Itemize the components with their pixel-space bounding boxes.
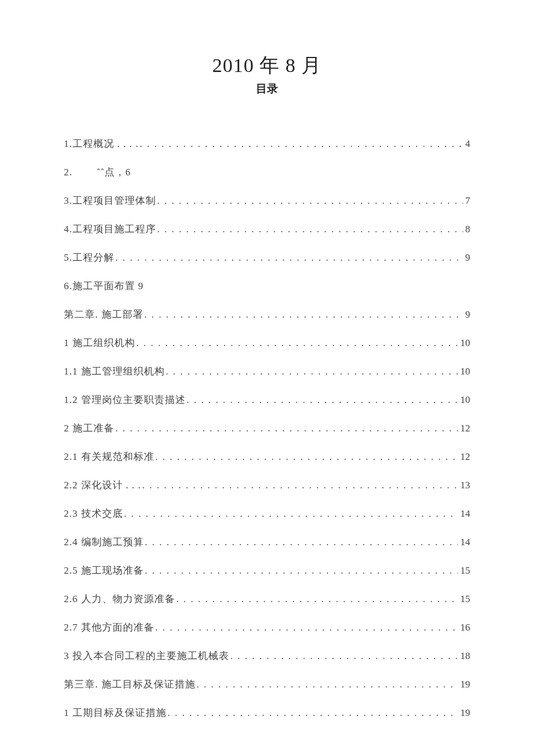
toc-page-number: 10 <box>459 366 470 377</box>
toc-dots <box>140 138 463 150</box>
toc-dots <box>168 707 458 719</box>
toc-label: 3 投入本合同工程的主要施工机械表 <box>64 649 229 663</box>
toc-label: 第二章. 施工部署 <box>64 308 143 321</box>
toc-page-number: 4 <box>464 138 471 150</box>
toc-row: 1.2 管理岗位主要职责描述10 <box>64 393 470 406</box>
table-of-contents: 1.工程概况 . . . .42. ˆˆ点，63.工程项目管理体制74.工程项目… <box>64 137 470 719</box>
toc-page-number: 7 <box>464 195 471 207</box>
toc-row: 3 投入本合同工程的主要施工机械表18 <box>64 649 470 663</box>
toc-label: 5.工程分解 <box>64 251 114 264</box>
toc-page-number: 12 <box>459 451 470 463</box>
toc-page-number: 10 <box>459 337 470 349</box>
toc-label: 1.1 施工管理组织机构 <box>64 365 165 378</box>
toc-dots <box>142 480 458 491</box>
toc-page-number: 16 <box>459 622 470 633</box>
toc-page-number: 15 <box>459 593 470 605</box>
toc-row: 1.1 施工管理组织机构10 <box>64 365 470 378</box>
toc-label: 2.4 编制施工预算 <box>64 535 144 549</box>
toc-dots <box>187 394 459 406</box>
toc-page-number: 8 <box>464 224 471 235</box>
toc-label: 1 工期目标及保证措施 <box>64 706 167 719</box>
document-page: 2010 年 8 月 目录 1.工程概况 . . . .42. ˆˆ点，63.工… <box>0 0 534 756</box>
toc-dots <box>157 195 463 207</box>
toc-page-number: 14 <box>459 537 470 548</box>
page-subtitle: 目录 <box>64 81 470 96</box>
toc-page-number: 13 <box>459 480 470 491</box>
toc-row: 2.6 人力、物力资源准备15 <box>64 592 470 606</box>
toc-row: 2 施工准备12 <box>64 422 470 435</box>
toc-dots <box>116 252 463 264</box>
toc-dots <box>156 451 459 463</box>
toc-row: 1 工期目标及保证措施19 <box>64 706 470 719</box>
toc-label: 2.7 其他方面的准备 <box>64 621 154 634</box>
toc-dots <box>136 337 458 349</box>
page-title: 2010 年 8 月 <box>64 52 470 79</box>
toc-dots <box>230 650 458 662</box>
toc-page-number: 10 <box>459 394 470 406</box>
toc-dots <box>116 423 458 434</box>
toc-row: 2. ˆˆ点，6 <box>64 165 470 179</box>
toc-row: 1 施工组织机构10 <box>64 336 470 350</box>
toc-page-number: 15 <box>459 565 470 577</box>
toc-dots <box>176 593 459 605</box>
toc-label: 2.5 施工现场准备 <box>64 564 144 577</box>
toc-label: 2 施工准备 <box>64 422 114 435</box>
toc-label: 2.2 深化设计 . . . <box>64 478 141 492</box>
toc-page-number: 18 <box>459 650 470 662</box>
toc-row: 第三章. 施工目标及保证措施19 <box>64 678 470 691</box>
toc-dots <box>145 309 463 321</box>
toc-row: 5.工程分解9 <box>64 251 470 264</box>
toc-label: 1.工程概况 . . . . <box>64 137 139 150</box>
toc-dots <box>145 565 459 577</box>
toc-page-number: 14 <box>459 508 470 520</box>
toc-row: 2.1 有关规范和标准12 <box>64 450 470 463</box>
toc-page-number: 19 <box>459 679 470 690</box>
toc-label: 6.施工平面布置 9 <box>64 279 144 293</box>
toc-dots <box>156 622 459 633</box>
toc-label: 2.1 有关规范和标准 <box>64 450 154 463</box>
toc-row: 4.工程项目施工程序8 <box>64 222 470 236</box>
toc-dots <box>124 508 459 520</box>
toc-label: 2.3 技术交底 <box>64 507 123 520</box>
toc-row: 2.5 施工现场准备15 <box>64 564 470 577</box>
toc-row: 2.3 技术交底14 <box>64 507 470 520</box>
toc-row: 2.7 其他方面的准备16 <box>64 621 470 634</box>
toc-row: 2.2 深化设计 . . .13 <box>64 478 470 492</box>
toc-dots <box>197 679 459 690</box>
toc-page-number: 12 <box>459 423 470 434</box>
toc-row: 1.工程概况 . . . .4 <box>64 137 470 150</box>
toc-label: 1 施工组织机构 <box>64 336 135 350</box>
toc-page-number: 9 <box>464 252 471 264</box>
toc-label: 第三章. 施工目标及保证措施 <box>64 678 196 691</box>
toc-row: 3.工程项目管理体制7 <box>64 194 470 207</box>
toc-label: 2. ˆˆ点，6 <box>64 165 131 179</box>
toc-dots <box>166 366 459 377</box>
toc-label: 4.工程项目施工程序 <box>64 222 156 236</box>
toc-row: 2.4 编制施工预算14 <box>64 535 470 549</box>
toc-row: 6.施工平面布置 9 <box>64 279 470 293</box>
toc-page-number: 9 <box>464 309 471 321</box>
toc-row: 第二章. 施工部署9 <box>64 308 470 321</box>
toc-label: 1.2 管理岗位主要职责描述 <box>64 393 186 406</box>
toc-label: 2.6 人力、物力资源准备 <box>64 592 175 606</box>
toc-dots <box>145 537 459 548</box>
toc-dots <box>157 224 463 235</box>
toc-label: 3.工程项目管理体制 <box>64 194 156 207</box>
toc-page-number: 19 <box>459 707 470 719</box>
